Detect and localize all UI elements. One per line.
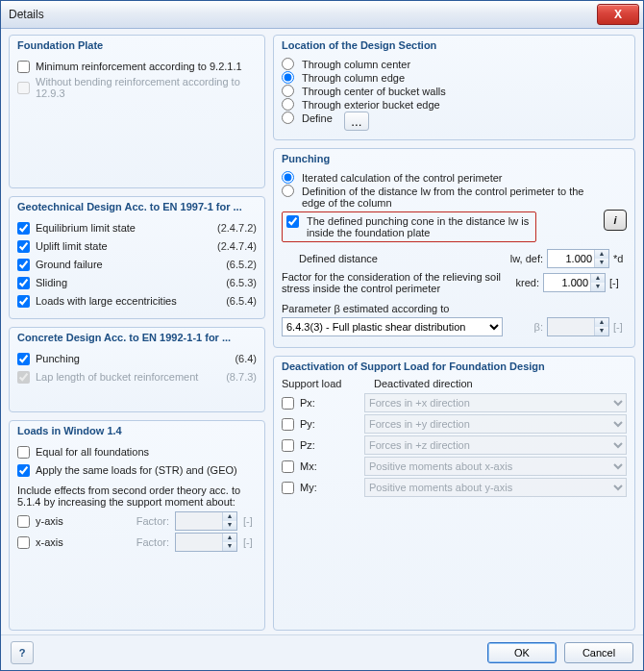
punching-group: Punching Iterated calculation of the con… xyxy=(273,148,635,348)
ds-define-radio[interactable] xyxy=(282,112,294,124)
group-title: Punching xyxy=(282,153,330,164)
close-button[interactable]: X xyxy=(597,4,639,25)
min-reinforcement-check[interactable]: Minimum reinforcement according to 9.2.1… xyxy=(17,61,242,73)
lw-def-input[interactable]: ▲▼ xyxy=(547,249,609,268)
ds-column-edge-radio[interactable] xyxy=(282,71,294,84)
cone-inside-check[interactable] xyxy=(286,215,299,228)
geo-uplift-check[interactable]: Uplift limit state xyxy=(17,240,108,253)
punching-definition-radio[interactable] xyxy=(282,185,294,197)
close-icon: X xyxy=(614,8,622,21)
py-dir-select: Forces in +y direction xyxy=(364,414,627,434)
geo-ground-failure-check[interactable]: Ground failure xyxy=(17,259,103,271)
kred-input[interactable]: ▲▼ xyxy=(543,273,606,292)
mx-check[interactable] xyxy=(282,460,294,473)
geo-equilibrium-check[interactable]: Equilibrium limit state xyxy=(17,222,136,235)
group-title: Geotechnical Design Acc. to EN 1997-1 fo… xyxy=(17,201,242,212)
info-icon: i xyxy=(613,214,616,226)
group-title: Loads in Window 1.4 xyxy=(17,425,122,436)
deactivation-group: Deactivation of Support Load for Foundat… xyxy=(273,356,635,631)
geo-eccentric-check[interactable]: Loads with large eccentricities xyxy=(17,295,177,308)
yaxis-factor-input: ▲▼ xyxy=(175,511,237,531)
no-bending-check: Without bending reinforcement according … xyxy=(17,76,257,99)
ds-column-center-radio[interactable] xyxy=(282,58,294,70)
pz-dir-select: Forces in +z direction xyxy=(364,435,627,455)
details-dialog: Details X Foundation Plate Minimum reinf… xyxy=(0,0,644,671)
geotechnical-group: Geotechnical Design Acc. to EN 1997-1 fo… xyxy=(9,196,265,319)
group-title: Concrete Design Acc. to EN 1992-1-1 for … xyxy=(17,332,231,343)
second-order-note: Include effects from second order theory… xyxy=(17,485,257,508)
mx-dir-select: Positive moments about x-axis xyxy=(364,457,627,476)
dialog-footer: ? OK Cancel xyxy=(1,634,643,670)
my-dir-select: Positive moments about y-axis xyxy=(364,478,627,497)
equal-foundations-check[interactable]: Equal for all foundations xyxy=(17,446,149,459)
concrete-group: Concrete Design Acc. to EN 1992-1-1 for … xyxy=(9,327,265,412)
info-button[interactable]: i xyxy=(604,210,627,231)
punching-iterated-radio[interactable] xyxy=(282,171,294,184)
xaxis-factor-input: ▲▼ xyxy=(175,533,237,552)
foundation-plate-group: Foundation Plate Minimum reinforcement a… xyxy=(9,35,265,188)
support-row-py: Py:Forces in +y direction xyxy=(282,414,627,434)
group-title: Foundation Plate xyxy=(17,39,103,51)
ds-bucket-center-radio[interactable] xyxy=(282,85,294,97)
support-row-mx: Mx:Positive moments about x-axis xyxy=(282,457,627,476)
pz-check[interactable] xyxy=(282,439,294,452)
geo-sliding-check[interactable]: Sliding xyxy=(17,277,67,289)
concrete-lap-check: Lap length of bucket reinforcement xyxy=(17,371,198,384)
design-section-group: Location of the Design Section Through c… xyxy=(273,35,635,140)
define-section-button[interactable]: ... xyxy=(344,112,369,131)
py-check[interactable] xyxy=(282,418,294,431)
group-title: Location of the Design Section xyxy=(282,39,436,51)
punching-cone-highlight: The defined punching cone in the distanc… xyxy=(282,211,536,242)
support-row-my: My:Positive moments about y-axis xyxy=(282,478,627,497)
px-check[interactable] xyxy=(282,397,294,410)
support-row-px: Px:Forces in +x direction xyxy=(282,393,627,412)
beta-input: ▲▼ xyxy=(547,317,609,336)
window-title: Details xyxy=(9,8,44,21)
xaxis-check[interactable]: x-axis xyxy=(17,536,123,549)
titlebar: Details X xyxy=(1,1,643,29)
group-title: Deactivation of Support Load for Foundat… xyxy=(282,360,545,372)
help-button[interactable]: ? xyxy=(11,641,34,664)
yaxis-check[interactable]: y-axis xyxy=(17,515,123,528)
cancel-button[interactable]: Cancel xyxy=(564,642,633,663)
support-row-pz: Pz:Forces in +z direction xyxy=(282,435,627,455)
ds-bucket-edge-radio[interactable] xyxy=(282,98,294,111)
px-dir-select: Forces in +x direction xyxy=(364,393,627,412)
loads-window-group: Loads in Window 1.4 Equal for all founda… xyxy=(9,420,265,631)
same-str-geo-check[interactable]: Apply the same loads for (STR) and (GEO) xyxy=(17,464,237,477)
ok-button[interactable]: OK xyxy=(487,642,557,663)
beta-label: Parameter β estimated according to xyxy=(282,303,627,314)
help-icon: ? xyxy=(19,647,26,659)
beta-parameter-select[interactable]: 6.4.3(3) - Full plastic shear distributi… xyxy=(282,317,503,336)
concrete-punching-check[interactable]: Punching xyxy=(17,353,80,365)
my-check[interactable] xyxy=(282,482,294,494)
